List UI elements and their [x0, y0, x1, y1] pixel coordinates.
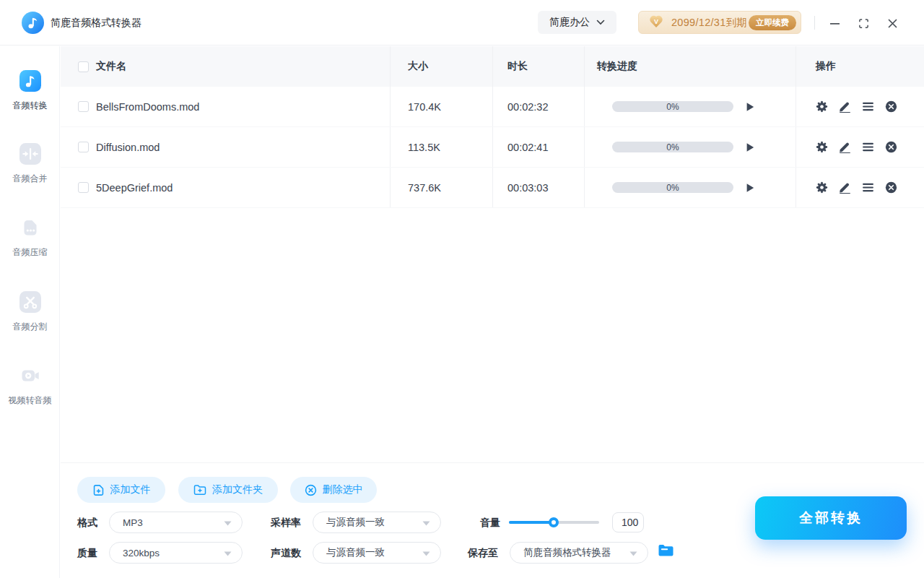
- maximize-button[interactable]: [854, 14, 873, 33]
- quality-dropdown[interactable]: 320kbps: [109, 542, 243, 564]
- column-header-size: 大小: [408, 60, 428, 73]
- progress-bar: 0%: [612, 182, 733, 193]
- music-note-icon: [19, 70, 41, 92]
- window-controls-divider: [814, 16, 815, 30]
- play-button[interactable]: [745, 182, 757, 194]
- renew-button-label: 立即续费: [756, 17, 789, 28]
- file-size: 737.6K: [408, 182, 441, 194]
- volume-input[interactable]: [612, 512, 644, 532]
- remove-button[interactable]: [885, 141, 897, 153]
- chevron-down-icon: [596, 20, 605, 25]
- list-icon: [862, 100, 874, 113]
- add-file-label: 添加文件: [110, 483, 151, 496]
- file-name: Diffusion.mod: [96, 142, 160, 153]
- sidebar-item-audio-compress[interactable]: 音频压缩: [0, 217, 60, 259]
- volume-label: 音量: [480, 512, 500, 533]
- renew-button[interactable]: 立即续费: [749, 15, 796, 30]
- edit-pencil-icon: [839, 141, 851, 153]
- row-checkbox[interactable]: [78, 182, 89, 193]
- row-checkbox[interactable]: [78, 142, 89, 152]
- license-banner: V 2099/12/31到期 立即续费: [638, 11, 801, 34]
- bottom-panel-divider: [61, 462, 924, 463]
- list-icon: [862, 141, 874, 153]
- edit-button[interactable]: [839, 100, 851, 113]
- dropdown-arrow-icon: [224, 551, 232, 556]
- file-size: 113.5K: [408, 142, 440, 153]
- sidebar-item-audio-merge[interactable]: 音频合并: [0, 143, 60, 185]
- volume-slider[interactable]: [509, 521, 599, 524]
- folder-icon: [658, 544, 674, 556]
- channels-dropdown[interactable]: 与源音频一致: [313, 542, 441, 564]
- remove-button[interactable]: [885, 100, 897, 113]
- settings-button[interactable]: [816, 181, 828, 194]
- office-menu-button[interactable]: 简鹿办公: [538, 11, 616, 34]
- remove-circle-icon: [885, 100, 897, 113]
- details-button[interactable]: [862, 100, 874, 113]
- play-icon: [745, 102, 755, 112]
- play-button[interactable]: [745, 101, 757, 113]
- dropdown-arrow-icon: [629, 551, 637, 556]
- add-file-button[interactable]: 添加文件: [77, 477, 165, 503]
- volume-slider-thumb[interactable]: [549, 517, 559, 527]
- samplerate-dropdown[interactable]: 与源音频一致: [313, 512, 441, 533]
- delete-selected-button[interactable]: 删除选中: [290, 477, 377, 503]
- close-button[interactable]: [883, 14, 902, 33]
- samplerate-value: 与源音频一致: [326, 516, 385, 529]
- file-name: 5DeepGrief.mod: [96, 182, 173, 194]
- progress-percent: 0%: [612, 142, 733, 152]
- file-duration: 00:03:03: [507, 182, 548, 194]
- play-button[interactable]: [745, 142, 757, 153]
- quality-label: 质量: [77, 542, 97, 564]
- quality-value: 320kbps: [123, 548, 160, 558]
- convert-all-label: 全部转换: [799, 509, 863, 527]
- app-title: 简鹿音频格式转换器: [51, 17, 141, 30]
- sidebar-item-audio-convert[interactable]: 音频转换: [0, 70, 60, 112]
- dropdown-arrow-icon: [224, 521, 232, 526]
- svg-text:V: V: [654, 18, 658, 25]
- sidebar-item-label: 音频转换: [0, 100, 60, 112]
- open-folder-button[interactable]: [658, 544, 674, 557]
- play-icon: [745, 183, 755, 193]
- saveto-value: 简鹿音频格式转换器: [523, 546, 611, 559]
- format-dropdown[interactable]: MP3: [109, 512, 243, 533]
- column-header-progress: 转换进度: [597, 60, 637, 73]
- sidebar-item-audio-split[interactable]: 音频分割: [0, 291, 60, 333]
- edit-pencil-icon: [839, 181, 851, 194]
- details-button[interactable]: [862, 141, 874, 153]
- file-list: BellsFromDooms.mod 170.4K 00:02:32 0%: [61, 87, 924, 208]
- progress-percent: 0%: [612, 182, 733, 193]
- column-header-name: 文件名: [96, 60, 126, 73]
- details-button[interactable]: [862, 181, 874, 194]
- scissors-icon: [19, 291, 41, 313]
- settings-button[interactable]: [816, 141, 828, 153]
- edit-pencil-icon: [839, 100, 851, 113]
- samplerate-label: 采样率: [271, 512, 301, 533]
- saveto-label: 保存至: [468, 542, 498, 564]
- table-header: 文件名 大小 时长 转换进度 操作: [61, 46, 924, 87]
- settings-button[interactable]: [816, 100, 828, 113]
- remove-button[interactable]: [885, 181, 897, 194]
- saveto-dropdown[interactable]: 简鹿音频格式转换器: [510, 542, 648, 564]
- video-camera-icon: [19, 365, 41, 387]
- select-all-checkbox[interactable]: [78, 61, 89, 72]
- file-name: BellsFromDooms.mod: [96, 101, 199, 113]
- edit-button[interactable]: [839, 181, 851, 194]
- add-folder-label: 添加文件夹: [212, 483, 263, 496]
- convert-all-button[interactable]: 全部转换: [755, 496, 907, 540]
- sidebar-item-video-to-audio[interactable]: 视频转音频: [0, 365, 60, 407]
- table-row: 5DeepGrief.mod 737.6K 00:03:03 0%: [61, 168, 924, 208]
- add-folder-button[interactable]: 添加文件夹: [178, 477, 278, 503]
- table-row: Diffusion.mod 113.5K 00:02:41 0%: [61, 127, 924, 168]
- sidebar-item-label: 音频分割: [0, 321, 60, 333]
- maximize-icon: [858, 18, 869, 29]
- dropdown-arrow-icon: [422, 551, 430, 556]
- progress-bar: 0%: [612, 101, 733, 112]
- row-checkbox[interactable]: [78, 101, 89, 112]
- minimize-button[interactable]: [825, 14, 844, 33]
- edit-button[interactable]: [839, 141, 851, 153]
- progress-percent: 0%: [612, 101, 733, 112]
- column-header-actions: 操作: [816, 60, 836, 73]
- format-value: MP3: [123, 517, 143, 528]
- minimize-icon: [829, 18, 840, 29]
- play-icon: [745, 142, 755, 152]
